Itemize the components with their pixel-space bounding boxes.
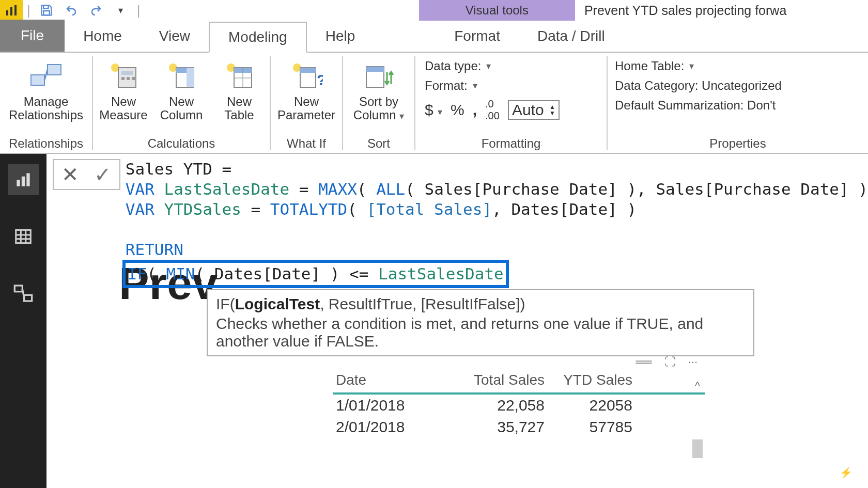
group-relationships: Manage Relationships Relationships bbox=[0, 53, 92, 153]
model-view-button[interactable] bbox=[8, 278, 39, 309]
group-label: What If bbox=[287, 135, 326, 152]
column-header-ytd[interactable]: YTD Sales bbox=[545, 372, 632, 388]
home-table-label: Home Table: bbox=[615, 59, 684, 73]
relationships-icon bbox=[28, 59, 64, 93]
currency-button[interactable]: $ ▾ bbox=[425, 101, 442, 119]
table-header-row: Date Total Sales YTD Sales bbox=[333, 370, 705, 395]
highlighted-formula-segment: IF( MIN( Dates[Date] ) <= LastSalesDate bbox=[122, 260, 509, 288]
data-type-dropdown[interactable]: ▾ bbox=[486, 60, 491, 72]
button-label: Sort by Column ▾ bbox=[353, 93, 404, 122]
intellisense-tooltip: IF(LogicalTest, ResultIfTrue, [ResultIfF… bbox=[207, 289, 754, 356]
table-scrollbar[interactable]: ^ bbox=[690, 380, 705, 483]
new-table-button[interactable]: New Table bbox=[211, 56, 268, 125]
stepper-value: Auto bbox=[512, 101, 544, 119]
data-table: Date Total Sales YTD Sales 1/01/2018 22,… bbox=[333, 370, 705, 438]
svg-line-39 bbox=[22, 289, 24, 298]
svg-rect-1 bbox=[10, 7, 12, 15]
document-title: Prevent YTD sales projecting forwa bbox=[575, 3, 868, 18]
group-whatif: ? New Parameter What If bbox=[271, 53, 342, 153]
button-label: New Parameter bbox=[277, 93, 335, 122]
svg-rect-2 bbox=[14, 5, 17, 15]
button-label: New Table bbox=[224, 93, 254, 122]
watermark-icon: ⚡ bbox=[840, 466, 853, 479]
formula-editor[interactable]: Sales YTD = VAR LastSalesDate = MAXX( AL… bbox=[126, 159, 868, 288]
manage-relationships-button[interactable]: Manage Relationships bbox=[2, 56, 90, 125]
drag-handle-icon[interactable]: ══ bbox=[636, 355, 652, 369]
svg-rect-5 bbox=[31, 75, 44, 85]
percent-button[interactable]: % bbox=[451, 101, 464, 119]
cell-total: 22,058 bbox=[441, 397, 545, 414]
svg-rect-38 bbox=[24, 295, 32, 301]
group-formatting: Data type: ▾ Format: ▾ $ ▾ % , .0.00 Aut… bbox=[415, 53, 607, 153]
format-label: Format: bbox=[425, 78, 468, 93]
data-view-button[interactable] bbox=[8, 221, 39, 252]
svg-rect-13 bbox=[132, 77, 135, 80]
home-table-dropdown[interactable]: ▾ bbox=[689, 60, 694, 72]
formula-controls: ✕ ✓ bbox=[53, 159, 120, 190]
table-row: 2/01/2018 35,727 57785 bbox=[333, 416, 705, 438]
group-label: Sort bbox=[367, 135, 390, 152]
tab-file[interactable]: File bbox=[0, 20, 65, 52]
tab-data-drill[interactable]: Data / Drill bbox=[519, 21, 624, 52]
commit-formula-button[interactable]: ✓ bbox=[86, 160, 119, 189]
cell-ytd: 57785 bbox=[545, 418, 632, 436]
scroll-up-icon[interactable]: ^ bbox=[690, 380, 705, 392]
svg-rect-3 bbox=[43, 6, 48, 9]
qat-dropdown[interactable]: ▾ bbox=[112, 2, 130, 19]
column-header-date[interactable]: Date bbox=[333, 372, 441, 388]
sort-by-column-button[interactable]: Sort by Column ▾ bbox=[345, 56, 412, 125]
tab-home[interactable]: Home bbox=[65, 21, 141, 52]
data-category-label: Data Category: Uncategorized bbox=[615, 78, 782, 93]
group-label: Calculations bbox=[148, 135, 215, 152]
report-canvas: Prev ✕ ✓ Sales YTD = VAR LastSalesDate =… bbox=[47, 154, 868, 488]
table-visual[interactable]: ══ ⛶ ··· Date Total Sales YTD Sales 1/01… bbox=[333, 354, 705, 438]
contextual-tab-visual-tools[interactable]: Visual tools bbox=[419, 0, 575, 21]
parameter-icon: ? bbox=[288, 59, 324, 93]
tooltip-signature: IF(LogicalTest, ResultIfTrue, [ResultIfF… bbox=[216, 295, 745, 313]
svg-rect-17 bbox=[187, 68, 194, 87]
work-area: Prev ✕ ✓ Sales YTD = VAR LastSalesDate =… bbox=[0, 154, 868, 488]
decimal-places-stepper[interactable]: Auto ▲▼ bbox=[508, 100, 560, 120]
cancel-formula-button[interactable]: ✕ bbox=[54, 160, 86, 189]
cell-date: 2/01/2018 bbox=[333, 418, 441, 436]
new-column-button[interactable]: New Column bbox=[153, 56, 210, 125]
group-sort: Sort by Column ▾ Sort bbox=[343, 53, 414, 153]
svg-rect-29 bbox=[17, 180, 20, 186]
svg-rect-12 bbox=[127, 77, 130, 80]
svg-rect-30 bbox=[22, 177, 25, 186]
svg-rect-10 bbox=[121, 71, 133, 75]
column-header-total[interactable]: Total Sales bbox=[441, 372, 545, 388]
tab-help[interactable]: Help bbox=[307, 21, 374, 52]
tab-format[interactable]: Format bbox=[436, 21, 519, 52]
undo-button[interactable] bbox=[63, 2, 80, 19]
save-button[interactable] bbox=[38, 2, 55, 19]
cell-date: 1/01/2018 bbox=[333, 397, 441, 414]
group-label: Formatting bbox=[482, 135, 541, 152]
new-measure-button[interactable]: New Measure bbox=[95, 56, 152, 125]
decimal-icon[interactable]: .0.00 bbox=[485, 98, 500, 122]
focus-mode-icon[interactable]: ⛶ bbox=[664, 355, 676, 369]
format-dropdown[interactable]: ▾ bbox=[473, 80, 477, 91]
data-type-label: Data type: bbox=[425, 59, 481, 73]
svg-rect-28 bbox=[366, 67, 384, 72]
comma-button[interactable]: , bbox=[473, 101, 477, 119]
new-parameter-button[interactable]: ? New Parameter bbox=[273, 56, 340, 125]
svg-rect-32 bbox=[16, 230, 31, 243]
tab-view[interactable]: View bbox=[141, 21, 209, 52]
app-icon bbox=[0, 0, 23, 21]
group-label: Properties bbox=[709, 135, 766, 152]
redo-button[interactable] bbox=[87, 2, 105, 19]
report-view-button[interactable] bbox=[8, 164, 39, 195]
column-icon bbox=[163, 59, 199, 93]
cell-ytd: 22058 bbox=[545, 397, 632, 414]
scroll-thumb[interactable] bbox=[692, 439, 703, 458]
button-label: New Measure bbox=[99, 93, 147, 122]
separator: | bbox=[27, 3, 30, 19]
svg-rect-37 bbox=[14, 286, 22, 292]
tab-modeling[interactable]: Modeling bbox=[209, 22, 307, 53]
table-icon bbox=[221, 59, 257, 93]
visual-action-bar: ══ ⛶ ··· bbox=[333, 354, 705, 370]
svg-text:?: ? bbox=[317, 71, 323, 88]
more-options-icon[interactable]: ··· bbox=[688, 355, 698, 369]
group-calculations: New Measure New Column New Table Calcula… bbox=[93, 53, 270, 153]
